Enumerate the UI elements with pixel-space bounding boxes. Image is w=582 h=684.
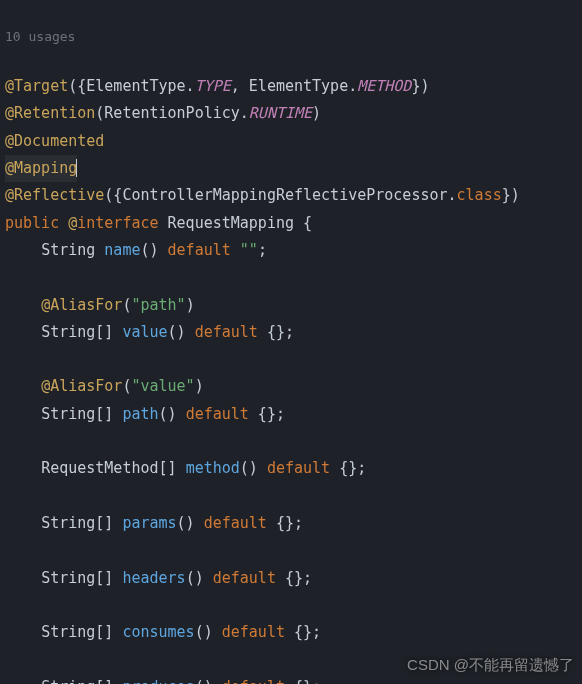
method-headers: headers bbox=[122, 569, 185, 587]
type-name: RequestMapping bbox=[168, 214, 294, 232]
method-consumes: consumes bbox=[122, 623, 194, 641]
usages-hint[interactable]: 10 usages bbox=[5, 27, 577, 46]
code-line: @Reflective({ControllerMappingReflective… bbox=[5, 186, 520, 204]
code-line: @Retention(RetentionPolicy.RUNTIME) bbox=[5, 104, 321, 122]
code-line: String[] path() default {}; bbox=[5, 405, 285, 423]
annotation-retention: @Retention bbox=[5, 104, 95, 122]
annotation-documented: @Documented bbox=[5, 132, 104, 150]
code-line: String[] value() default {}; bbox=[5, 323, 294, 341]
annotation-aliasfor: @AliasFor bbox=[41, 296, 122, 314]
annotation-aliasfor: @AliasFor bbox=[41, 377, 122, 395]
code-editor[interactable]: 10 usages @Target({ElementType.TYPE, Ele… bbox=[0, 0, 582, 684]
method-path: path bbox=[122, 405, 158, 423]
code-line: public @interface RequestMapping { bbox=[5, 214, 312, 232]
code-line: @AliasFor("value") bbox=[5, 377, 204, 395]
annotation-mapping: @Mapping bbox=[5, 159, 77, 177]
method-produces: produces bbox=[122, 678, 194, 684]
method-name: name bbox=[104, 241, 140, 259]
code-line: @AliasFor("path") bbox=[5, 296, 195, 314]
code-line: String[] produces() default {}; bbox=[5, 678, 321, 684]
code-line-caret: @Mapping bbox=[5, 159, 77, 177]
text-caret bbox=[76, 159, 77, 177]
method-method: method bbox=[186, 459, 240, 477]
method-params: params bbox=[122, 514, 176, 532]
code-line: String name() default ""; bbox=[5, 241, 267, 259]
annotation-target: @Target bbox=[5, 77, 68, 95]
code-line: @Target({ElementType.TYPE, ElementType.M… bbox=[5, 77, 429, 95]
annotation-reflective: @Reflective bbox=[5, 186, 104, 204]
code-line: RequestMethod[] method() default {}; bbox=[5, 459, 366, 477]
code-line: String[] consumes() default {}; bbox=[5, 623, 321, 641]
code-line: String[] headers() default {}; bbox=[5, 569, 312, 587]
method-value: value bbox=[122, 323, 167, 341]
code-line: String[] params() default {}; bbox=[5, 514, 303, 532]
code-line: @Documented bbox=[5, 132, 104, 150]
